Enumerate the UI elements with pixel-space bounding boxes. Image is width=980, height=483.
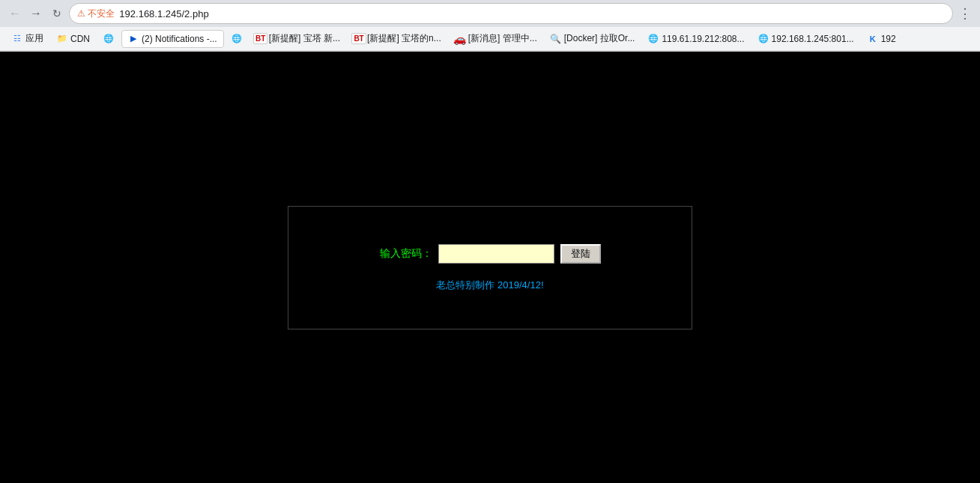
bookmark-k[interactable]: K 192 xyxy=(862,30,902,48)
bookmark-bt1[interactable]: BT [新提醒] 宝塔 新... xyxy=(249,30,346,48)
bookmark-car-label: [新消息] 管理中... xyxy=(468,32,537,45)
search-icon: 🔍 xyxy=(551,34,561,44)
browser-menu-button[interactable]: ⋮ xyxy=(956,4,974,22)
bookmark-car[interactable]: 🚗 [新消息] 管理中... xyxy=(449,30,543,48)
security-icon: ⚠ 不安全 xyxy=(77,7,115,20)
bookmark-bt2[interactable]: BT [新提醒] 宝塔的n... xyxy=(348,30,447,48)
back-button[interactable]: ← xyxy=(6,4,24,22)
bookmark-apps[interactable]: ☷ 应用 xyxy=(6,30,49,48)
bookmark-docker-label: [Docker] 拉取Or... xyxy=(564,32,635,45)
address-bar[interactable]: ⚠ 不安全 192.168.1.245/2.php xyxy=(69,3,953,24)
page-content: 输入密码： 登陆 老总特别制作 2019/4/12! xyxy=(0,52,980,483)
bookmark-ip2[interactable]: 🌐 192.168.1.245:801... xyxy=(752,30,860,48)
password-row: 输入密码： 登陆 xyxy=(380,244,601,264)
folder-icon: 📁 xyxy=(57,34,67,44)
bookmark-notifications[interactable]: ▶ (2) Notifications -... xyxy=(121,30,224,48)
bookmark-notifications-label: (2) Notifications -... xyxy=(142,34,217,44)
bookmark-bt2-label: [新提醒] 宝塔的n... xyxy=(367,32,441,45)
bookmark-cdn-label: CDN xyxy=(70,34,90,44)
globe-icon-4: 🌐 xyxy=(758,34,769,44)
forward-button[interactable]: → xyxy=(27,4,45,22)
bookmark-ip2-label: 192.168.1.245:801... xyxy=(772,34,854,44)
address-text: 192.168.1.245/2.php xyxy=(119,8,208,19)
bt-icon-2: BT xyxy=(354,34,364,44)
bookmark-docker[interactable]: 🔍 [Docker] 拉取Or... xyxy=(545,30,641,48)
bookmarks-bar: ☷ 应用 📁 CDN 🌐 ▶ (2) Notifications -... 🌐 … xyxy=(0,27,980,51)
bookmark-cdn[interactable]: 📁 CDN xyxy=(51,30,96,48)
security-label: 不安全 xyxy=(88,8,115,19)
bt-icon-1: BT xyxy=(255,34,266,44)
car-icon: 🚗 xyxy=(455,34,465,44)
bookmark-globe2[interactable]: 🌐 xyxy=(226,30,248,48)
nav-bar: ← → ↻ ⚠ 不安全 192.168.1.245/2.php ⋮ xyxy=(0,0,980,27)
reload-button[interactable]: ↻ xyxy=(48,4,66,22)
bookmark-bt1-label: [新提醒] 宝塔 新... xyxy=(269,32,340,45)
globe-icon-1: 🌐 xyxy=(103,34,114,44)
k-icon: K xyxy=(868,34,878,44)
login-box: 输入密码： 登陆 老总特别制作 2019/4/12! xyxy=(288,206,692,329)
login-button[interactable]: 登陆 xyxy=(560,244,601,264)
globe-icon-2: 🌐 xyxy=(232,34,242,44)
bookmark-k-label: 192 xyxy=(881,34,896,44)
footer-text: 老总特别制作 2019/4/12! xyxy=(436,279,543,292)
bookmark-apps-label: 应用 xyxy=(25,32,43,45)
browser-chrome: ← → ↻ ⚠ 不安全 192.168.1.245/2.php ⋮ ☷ 应用 📁… xyxy=(0,0,980,52)
globe-icon-3: 🌐 xyxy=(648,34,659,44)
password-input[interactable] xyxy=(438,244,554,264)
password-label: 输入密码： xyxy=(380,247,432,261)
bookmark-ip1-label: 119.61.19.212:808... xyxy=(662,34,744,44)
bookmark-ip1[interactable]: 🌐 119.61.19.212:808... xyxy=(642,30,750,48)
bookmark-globe1[interactable]: 🌐 xyxy=(97,30,120,48)
active-tab-icon: ▶ xyxy=(128,34,139,44)
apps-icon: ☷ xyxy=(12,34,22,44)
